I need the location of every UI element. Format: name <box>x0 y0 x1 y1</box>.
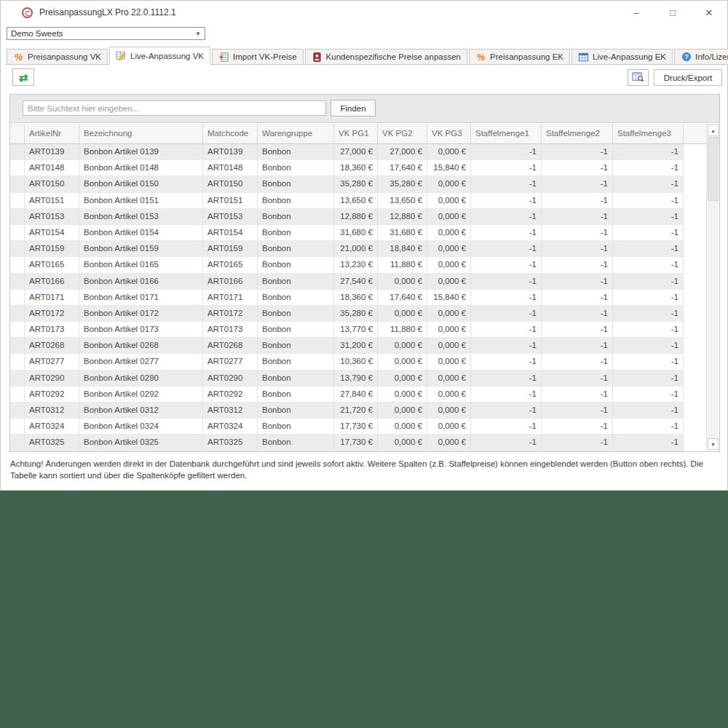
table-cell[interactable]: -1 <box>471 387 542 403</box>
table-cell[interactable]: -1 <box>471 176 542 192</box>
table-cell[interactable]: 0,000 € <box>378 306 427 322</box>
table-cell[interactable]: Bonbon <box>258 290 334 306</box>
close-button[interactable]: ✕ <box>691 1 727 24</box>
table-cell[interactable]: ART0150 <box>25 176 79 192</box>
table-cell[interactable]: 0,000 € <box>427 403 471 419</box>
tab-preisanpassung-ek[interactable]: % Preisanpassung EK <box>469 49 570 65</box>
tab-preisanpassung-vk[interactable]: % Preisanpassung VK <box>7 49 108 65</box>
table-row[interactable]: ART0292Bonbon Artikel 0292ART0292Bonbon2… <box>10 387 684 403</box>
table-cell[interactable]: Bonbon <box>258 144 334 160</box>
table-cell[interactable]: ART0139 <box>25 144 79 160</box>
table-cell[interactable]: 0,000 € <box>378 371 427 387</box>
column-header-vk-pg2[interactable]: VK PG2 <box>378 124 427 144</box>
scroll-up-icon[interactable]: ▲ <box>708 124 719 136</box>
table-cell[interactable]: Bonbon Artikel 0277 <box>79 354 203 370</box>
table-cell[interactable]: ART0171 <box>203 290 258 306</box>
tab-kundenspezifische-preise[interactable]: Kundenspezifische Preise anpassen <box>305 49 467 65</box>
table-cell[interactable]: -1 <box>542 371 613 387</box>
table-cell[interactable]: Bonbon <box>258 257 334 273</box>
column-header-matchcode[interactable]: Matchcode <box>203 124 258 144</box>
column-header-vk-pg1[interactable]: VK PG1 <box>334 124 378 144</box>
table-cell[interactable]: 15,840 € <box>427 290 471 306</box>
table-cell[interactable]: -1 <box>613 193 684 209</box>
table-cell[interactable]: -1 <box>613 144 684 160</box>
table-cell[interactable]: Bonbon <box>258 193 334 209</box>
table-cell[interactable]: 17,640 € <box>378 160 427 176</box>
table-cell[interactable]: 13,230 € <box>334 257 378 273</box>
table-cell[interactable]: -1 <box>613 435 684 451</box>
search-input[interactable] <box>23 100 326 116</box>
table-cell[interactable]: 12,880 € <box>334 209 378 225</box>
table-cell[interactable]: Bonbon <box>258 338 334 354</box>
table-cell[interactable]: Bonbon <box>258 322 334 338</box>
table-cell[interactable]: -1 <box>542 193 613 209</box>
table-cell[interactable]: Bonbon <box>258 225 334 241</box>
table-cell[interactable]: 0,000 € <box>427 176 471 192</box>
table-cell[interactable]: 0,000 € <box>378 274 427 290</box>
column-header-vk-pg3[interactable]: VK PG3 <box>427 124 471 144</box>
table-cell[interactable]: -1 <box>542 209 613 225</box>
table-cell[interactable]: Bonbon <box>258 354 334 370</box>
table-cell[interactable]: -1 <box>542 322 613 338</box>
table-cell[interactable]: Bonbon Artikel 0166 <box>79 274 203 290</box>
table-cell[interactable]: Bonbon <box>258 403 334 419</box>
table-cell[interactable]: 0,000 € <box>427 306 471 322</box>
table-cell[interactable]: -1 <box>471 354 542 370</box>
table-cell[interactable]: Bonbon <box>258 176 334 192</box>
tab-import-vk-preise[interactable]: Import VK-Preise <box>212 49 304 65</box>
table-cell[interactable]: -1 <box>471 290 542 306</box>
table-cell[interactable]: Bonbon Artikel 0148 <box>79 160 203 176</box>
table-cell[interactable]: 0,000 € <box>378 354 427 370</box>
table-cell[interactable]: Bonbon <box>258 160 334 176</box>
row-indicator[interactable] <box>10 435 25 451</box>
table-cell[interactable]: ART0151 <box>25 193 79 209</box>
table-cell[interactable]: -1 <box>613 322 684 338</box>
table-cell[interactable]: Bonbon <box>258 371 334 387</box>
table-cell[interactable]: Bonbon <box>258 435 334 451</box>
table-cell[interactable]: -1 <box>542 257 613 273</box>
tab-live-anpassung-vk[interactable]: Live-Anpassung VK <box>109 47 210 65</box>
table-cell[interactable]: -1 <box>542 435 613 451</box>
table-cell[interactable]: Bonbon Artikel 0159 <box>79 241 203 257</box>
table-cell[interactable]: -1 <box>542 274 613 290</box>
row-indicator[interactable] <box>10 241 25 257</box>
table-cell[interactable]: Bonbon Artikel 0154 <box>79 225 203 241</box>
table-cell[interactable]: -1 <box>471 419 542 435</box>
table-cell[interactable]: -1 <box>613 387 684 403</box>
table-cell[interactable]: 0,000 € <box>427 387 471 403</box>
table-row[interactable]: ART0154Bonbon Artikel 0154ART0154Bonbon3… <box>10 225 684 241</box>
table-cell[interactable]: 0,000 € <box>427 338 471 354</box>
table-cell[interactable]: Bonbon Artikel 0172 <box>79 306 203 322</box>
row-indicator[interactable] <box>10 209 25 225</box>
row-indicator[interactable] <box>10 274 25 290</box>
table-cell[interactable]: ART0173 <box>203 322 258 338</box>
table-cell[interactable]: 0,000 € <box>427 419 471 435</box>
row-indicator[interactable] <box>10 338 25 354</box>
table-cell[interactable]: ART0277 <box>203 354 258 370</box>
table-cell[interactable]: Bonbon Artikel 0292 <box>79 387 203 403</box>
table-cell[interactable]: 0,000 € <box>427 354 471 370</box>
table-cell[interactable]: 13,650 € <box>334 193 378 209</box>
table-cell[interactable]: ART0325 <box>25 435 79 451</box>
tab-info-lizenz[interactable]: ? Info/Lizenz <box>674 49 728 65</box>
chevron-down-icon[interactable]: ▾ <box>191 30 205 37</box>
table-cell[interactable]: ART0148 <box>203 160 258 176</box>
table-cell[interactable]: ART0153 <box>203 209 258 225</box>
row-indicator[interactable] <box>10 387 25 403</box>
table-cell[interactable]: 21,720 € <box>334 403 378 419</box>
tab-live-anpassung-ek[interactable]: Live-Anpassung EK <box>571 49 673 65</box>
row-indicator[interactable] <box>10 176 25 192</box>
table-cell[interactable]: ART0290 <box>203 371 258 387</box>
table-cell[interactable]: Bonbon Artikel 0139 <box>79 144 203 160</box>
column-chooser-button[interactable] <box>628 69 649 86</box>
table-cell[interactable]: -1 <box>471 241 542 257</box>
table-cell[interactable]: ART0159 <box>203 241 258 257</box>
table-cell[interactable]: -1 <box>542 290 613 306</box>
table-cell[interactable]: 12,880 € <box>378 209 427 225</box>
table-cell[interactable]: ART0290 <box>25 371 79 387</box>
table-cell[interactable]: Bonbon <box>258 387 334 403</box>
table-cell[interactable]: ART0171 <box>25 290 79 306</box>
table-cell[interactable]: ART0268 <box>25 338 79 354</box>
table-cell[interactable]: ART0172 <box>203 306 258 322</box>
table-row[interactable]: ART0172Bonbon Artikel 0172ART0172Bonbon3… <box>10 306 684 322</box>
